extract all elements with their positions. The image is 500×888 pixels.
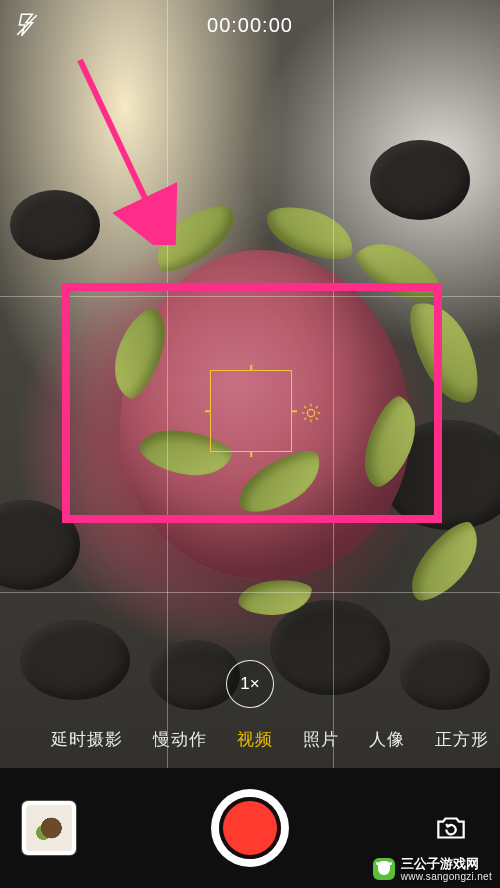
- focus-indicator[interactable]: [210, 370, 292, 452]
- svg-line-6: [304, 406, 306, 408]
- watermark-url: www.sangongzi.net: [401, 871, 492, 882]
- svg-line-9: [316, 406, 318, 408]
- flash-toggle[interactable]: [12, 10, 42, 40]
- camera-flip-button[interactable]: [424, 801, 478, 855]
- mode-square[interactable]: 正方形: [435, 728, 489, 751]
- mode-selector[interactable]: 延时摄影 慢动作 视频 照片 人像 正方形: [0, 728, 500, 751]
- watermark-logo-icon: [373, 858, 395, 880]
- mode-slomo[interactable]: 慢动作: [153, 728, 207, 751]
- exposure-slider-icon[interactable]: [300, 402, 322, 424]
- record-button-inner: [219, 797, 281, 859]
- svg-point-1: [307, 409, 314, 416]
- flash-off-icon: [14, 12, 40, 38]
- svg-line-7: [316, 418, 318, 420]
- watermark-title: 三公子游戏网: [401, 857, 479, 871]
- record-button[interactable]: [211, 789, 289, 867]
- camera-flip-icon: [432, 809, 470, 847]
- svg-line-8: [304, 418, 306, 420]
- mode-portrait[interactable]: 人像: [369, 728, 405, 751]
- watermark: 三公子游戏网 www.sangongzi.net: [373, 857, 492, 882]
- mode-video[interactable]: 视频: [237, 728, 273, 751]
- zoom-toggle[interactable]: 1×: [226, 660, 274, 708]
- last-photo-thumbnail[interactable]: [22, 801, 76, 855]
- recording-timer: 00:00:00: [207, 14, 293, 37]
- mode-photo[interactable]: 照片: [303, 728, 339, 751]
- camera-screen: 00:00:00 1× 延时摄影 慢动作: [0, 0, 500, 888]
- sun-icon: [300, 402, 322, 424]
- zoom-label: 1×: [240, 674, 259, 694]
- top-bar: 00:00:00: [0, 0, 500, 50]
- mode-timelapse[interactable]: 延时摄影: [51, 728, 123, 751]
